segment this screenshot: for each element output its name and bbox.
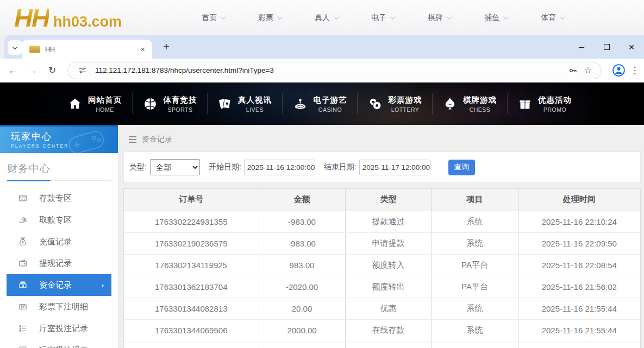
funds-table: 订单号 金额 类型 项目 处理时间 1763302224931355 -983.… (123, 188, 641, 348)
cell-process-time: 2025-11-16 22:08:54 (518, 254, 640, 276)
column-header-amount: 金额 (259, 189, 345, 211)
sidebar-item-withdrawal-records[interactable]: 提现记录 (0, 252, 118, 274)
gamepad-watermark-icon (59, 125, 115, 153)
sidebar-item-lottery-bet-detail[interactable]: 彩票下注明细 (0, 296, 118, 318)
window-maximize-button[interactable] (594, 35, 619, 59)
cell-amount: 983.00 (259, 254, 345, 276)
hand-money-icon (18, 215, 28, 225)
type-select[interactable]: 全部 (150, 159, 200, 175)
cell-project: 系统 (432, 211, 518, 232)
site-info-icon[interactable] (74, 66, 90, 75)
end-date-label: 结束日期: (324, 162, 357, 172)
nav-label-en: CASINO (314, 106, 347, 113)
nav-item-home[interactable]: 网站首页 HOME (58, 95, 132, 113)
chevron-down-icon (334, 14, 339, 20)
tab-search-button[interactable] (8, 40, 22, 55)
cell-amount: 2000.00 (259, 319, 345, 341)
profile-avatar-icon[interactable] (609, 64, 628, 77)
tab-strip: HH × + – × (4, 35, 644, 59)
nav-item-lottery[interactable]: 彩票游戏 LOTTERY (358, 95, 432, 113)
page-title: 资金记录 (142, 135, 172, 144)
nav-item-sports[interactable]: 体育竞技 SPORTS (133, 95, 207, 113)
table-row: 1763302224931355 -983.00 提款通过 系统 2025-11… (124, 211, 640, 232)
sidebar-item-withdraw-zone[interactable]: 取款专区 (0, 209, 118, 231)
sidebar-item-label: 提现记录 (39, 258, 72, 269)
site-nav-item[interactable]: 真人 (315, 13, 337, 23)
sidebar-item-recharge-records[interactable]: 充值记录 (0, 231, 118, 252)
site-logo[interactable]: HH hh03.com (14, 3, 122, 33)
nav-item-casino[interactable]: 电子游艺 CASINO (283, 95, 357, 113)
site-nav-item[interactable]: 捕鱼 (484, 13, 507, 23)
site-nav-item[interactable]: 首页 (202, 13, 224, 23)
screen: HH hh03.com 首页 彩票 真人 电子 棋牌 捕鱼 (0, 0, 644, 348)
window-minimize-button[interactable]: – (569, 35, 594, 59)
site-nav-item[interactable]: 体育 (541, 13, 564, 23)
sidebar-item-player-bet-report[interactable]: 玩家投注报表 (0, 339, 118, 348)
sidebar-item-label: 厅室投注记录 (39, 324, 88, 334)
tab-close-icon[interactable]: × (139, 45, 147, 54)
site-nav-label: 首页 (202, 13, 217, 23)
nav-label-en: PROMO (538, 106, 572, 113)
chart-report-icon (18, 345, 28, 348)
nav-label-zh: 真人视讯 (238, 95, 272, 105)
deposit-machine-icon (18, 193, 28, 203)
banknotes-icon (18, 280, 28, 290)
finance-center-heading: 财务中心 (7, 162, 118, 176)
site-nav-item[interactable]: 彩票 (258, 13, 281, 23)
cell-order-no: 1763302190236575 (124, 232, 259, 254)
site-nav-item[interactable]: 棋牌 (428, 13, 451, 23)
sidebar-item-hall-bet-records[interactable]: 厅室投注记录 (0, 318, 118, 339)
browser-menu-icon[interactable]: ⋮ (628, 65, 642, 76)
start-date-input[interactable] (244, 160, 315, 175)
cell-process-time: 2025-11-16 22:09:50 (518, 232, 640, 254)
sidebar-item-deposit-zone[interactable]: 存款专区 (0, 187, 118, 209)
chevron-down-icon (560, 14, 565, 20)
nav-item-chess[interactable]: 棋牌游戏 CHESS (433, 95, 507, 113)
cell-type: 额度转入 (345, 254, 432, 276)
browser-tab[interactable]: HH × (22, 40, 152, 59)
back-button[interactable]: ← (3, 65, 23, 77)
maximize-icon (604, 44, 610, 50)
sidebar-item-label: 取款专区 (39, 215, 72, 225)
new-tab-icon[interactable]: + (159, 41, 174, 53)
site-nav-item[interactable]: 电子 (371, 13, 394, 23)
password-key-icon[interactable] (565, 66, 580, 75)
site-nav-label: 彩票 (258, 13, 273, 23)
sidebar-header: 玩家中心 PLAYERS CENTER (0, 125, 118, 153)
chevron-down-icon (277, 14, 283, 20)
bookmark-star-icon[interactable]: ☆ (580, 65, 596, 76)
cell-type: 申请提款 (345, 232, 432, 254)
site-header: HH hh03.com 首页 彩票 真人 电子 棋牌 捕鱼 (0, 0, 644, 35)
nav-label-zh: 电子游艺 (314, 95, 347, 105)
cell-type: 额度转出 (345, 276, 432, 298)
site-nav-label: 电子 (371, 13, 386, 23)
site-nav-label: 真人 (315, 13, 330, 23)
address-bar[interactable]: 112.121.172.181:8783/hhcp/usercenter.htm… (67, 62, 602, 79)
sidebar-menu: 存款专区 取款专区 充值记录 (0, 187, 118, 348)
column-header-order-no: 订单号 (124, 189, 259, 211)
column-header-process-time: 处理时间 (518, 189, 640, 211)
nav-label-en: SPORTS (164, 106, 197, 113)
nav-item-promo[interactable]: 优惠活动 PROMO (508, 95, 582, 113)
sidebar-item-label: 充值记录 (39, 237, 72, 247)
window-close-button[interactable]: × (619, 35, 644, 59)
sidebar: 玩家中心 PLAYERS CENTER 财务中心 存款专区 (0, 125, 118, 348)
sidebar-item-label: 存款专区 (39, 193, 72, 204)
cell-process-time: 2025-11-16 22:10:24 (518, 211, 640, 232)
cell-process-time: 2025-11-16 21:55:44 (518, 319, 640, 341)
section-divider (7, 180, 111, 181)
nav-item-lives[interactable]: 真人视讯 LIVES (208, 95, 282, 113)
home-icon (68, 97, 82, 111)
cell-project: PA平台 (432, 254, 518, 276)
browser-toolbar: ← → ↻ 112.121.172.181:8783/hhcp/usercent… (0, 59, 644, 83)
cell-amount: -983.00 (259, 211, 345, 232)
end-date-input[interactable] (359, 160, 430, 175)
url-text[interactable]: 112.121.172.181:8783/hhcp/usercenter.htm… (95, 66, 565, 74)
reload-button[interactable]: ↻ (42, 65, 62, 76)
search-button[interactable]: 查询 (448, 160, 475, 175)
nav-label-zh: 网站首页 (88, 95, 122, 105)
list-icon (18, 324, 28, 333)
sidebar-item-funds-records[interactable]: 资金记录 › (7, 274, 111, 296)
cell-project: 系统 (432, 232, 518, 254)
cell-type: 在线存款 (345, 319, 432, 341)
